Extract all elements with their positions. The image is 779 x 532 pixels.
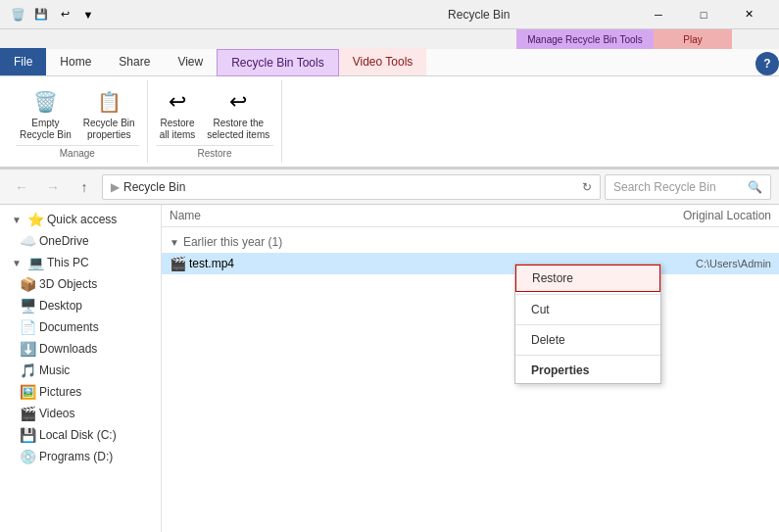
tab-view[interactable]: View (164, 48, 217, 75)
context-label-row: Manage Recycle Bin Tools Play (0, 29, 779, 49)
context-menu-cut[interactable]: Cut (515, 297, 660, 322)
desktop-icon: 🖥️ (20, 298, 35, 314)
expand-arrow: ▼ (12, 215, 24, 225)
maximize-button[interactable]: □ (681, 0, 726, 29)
context-menu-divider-2 (515, 324, 660, 325)
close-button[interactable]: ✕ (726, 0, 771, 29)
restore-selected-label: Restore theselected items (207, 118, 269, 141)
group-expand-icon[interactable]: ▼ (170, 237, 179, 248)
table-row[interactable]: 🎬 test.mp4 C:\Users\Admin (162, 253, 779, 274)
local-disk-c-label: Local Disk (C:) (39, 428, 117, 442)
sidebar-item-local-disk-c[interactable]: 💾 Local Disk (C:) (0, 424, 161, 446)
context-menu-properties[interactable]: Properties (515, 358, 660, 383)
music-icon: 🎵 (20, 363, 35, 378)
manage-group-label: Manage (16, 145, 139, 159)
ribbon-tabs: File Home Share View Recycle Bin Tools V… (0, 49, 779, 76)
sidebar-item-3d-objects[interactable]: 📦 3D Objects (0, 273, 161, 295)
properties-icon: 📋 (93, 86, 124, 118)
search-icon: 🔍 (748, 180, 762, 194)
title-bar-left: 🗑️ 💾 ↩ ▼ (8, 5, 322, 24)
content-list: ▼ Earlier this year (1) 🎬 test.mp4 C:\Us… (162, 227, 779, 532)
restore-group: ↩ Restoreall items ↩ Restore theselected… (148, 80, 283, 163)
music-label: Music (39, 363, 70, 377)
pictures-icon: 🖼️ (20, 384, 35, 400)
manage-group-items: 🗑️ EmptyRecycle Bin 📋 Recycle Binpropert… (16, 84, 139, 143)
path-separator: ▶ (111, 180, 120, 194)
programs-d-label: Programs (D:) (39, 450, 113, 463)
sidebar-item-pictures[interactable]: 🖼️ Pictures (0, 381, 161, 403)
path-text: Recycle Bin (123, 180, 185, 194)
col-location-header[interactable]: Original Location (624, 209, 771, 222)
tab-file[interactable]: File (0, 48, 46, 75)
content-header: Name Original Location (162, 205, 779, 227)
title-bar: 🗑️ 💾 ↩ ▼ Recycle Bin ─ □ ✕ (0, 0, 779, 29)
back-button[interactable]: ← (8, 173, 35, 201)
expand-arrow-pc: ▼ (12, 258, 24, 268)
right-spacer (732, 29, 779, 49)
manage-recycle-bin-tools-label: Manage Recycle Bin Tools (516, 29, 654, 49)
sidebar-item-documents[interactable]: 📄 Documents (0, 316, 161, 338)
restore-all-items-button[interactable]: ↩ Restoreall items (156, 84, 200, 143)
forward-button[interactable]: → (39, 173, 67, 201)
play-label: Play (654, 29, 732, 49)
restore-all-label: Restoreall items (160, 118, 196, 141)
sidebar-item-music[interactable]: 🎵 Music (0, 360, 161, 381)
main-area: ▼ ⭐ Quick access ☁️ OneDrive ▼ 💻 This PC… (0, 205, 779, 532)
group-label: Earlier this year (1) (183, 235, 282, 249)
tab-share[interactable]: Share (105, 48, 164, 75)
group-header-earlier-this-year: ▼ Earlier this year (1) (162, 231, 779, 253)
address-path[interactable]: ▶ Recycle Bin ↻ (102, 174, 601, 200)
onedrive-icon: ☁️ (20, 233, 35, 249)
documents-icon: 📄 (20, 319, 35, 335)
context-spacer (0, 29, 516, 49)
up-button[interactable]: ↑ (71, 173, 98, 201)
tab-recycle-bin-tools[interactable]: Recycle Bin Tools (217, 49, 339, 76)
sidebar-item-this-pc[interactable]: ▼ 💻 This PC (0, 252, 161, 273)
minimize-button[interactable]: ─ (636, 0, 681, 29)
quick-access-label: Quick access (47, 213, 117, 226)
context-menu-divider-3 (515, 355, 660, 356)
help-button[interactable]: ? (755, 52, 779, 75)
sidebar-item-onedrive[interactable]: ☁️ OneDrive (0, 230, 161, 252)
address-bar: ← → ↑ ▶ Recycle Bin ↻ Search Recycle Bin… (0, 169, 779, 205)
recycle-bin-properties-button[interactable]: 📋 Recycle Binproperties (79, 84, 139, 143)
sidebar-item-quick-access[interactable]: ▼ ⭐ Quick access (0, 209, 161, 230)
quick-access-icon: ⭐ (27, 212, 43, 227)
properties-label: Recycle Binproperties (83, 118, 135, 141)
ribbon-content: 🗑️ EmptyRecycle Bin 📋 Recycle Binpropert… (0, 76, 779, 169)
this-pc-label: This PC (47, 256, 89, 269)
3d-objects-label: 3D Objects (39, 277, 97, 291)
local-disk-c-icon: 💾 (20, 427, 35, 443)
app-icon: 🗑️ (8, 5, 27, 24)
context-menu-restore[interactable]: Restore (515, 265, 660, 292)
desktop-label: Desktop (39, 299, 82, 313)
videos-icon: 🎬 (20, 406, 35, 421)
sidebar-item-videos[interactable]: 🎬 Videos (0, 403, 161, 424)
refresh-icon[interactable]: ↻ (582, 180, 592, 194)
manage-group: 🗑️ EmptyRecycle Bin 📋 Recycle Binpropert… (8, 80, 148, 163)
context-menu: Restore Cut Delete Properties (514, 264, 661, 384)
sidebar: ▼ ⭐ Quick access ☁️ OneDrive ▼ 💻 This PC… (0, 205, 162, 532)
qat-save[interactable]: 💾 (31, 5, 51, 24)
pictures-label: Pictures (39, 385, 81, 399)
qat-undo[interactable]: ↩ (55, 5, 74, 24)
sidebar-item-programs-d[interactable]: 💿 Programs (D:) (0, 446, 161, 467)
qat-dropdown[interactable]: ▼ (78, 5, 98, 24)
programs-d-icon: 💿 (20, 449, 35, 464)
sidebar-item-downloads[interactable]: ⬇️ Downloads (0, 338, 161, 360)
sidebar-item-desktop[interactable]: 🖥️ Desktop (0, 295, 161, 316)
file-icon: 🎬 (170, 256, 185, 271)
window-title: Recycle Bin (322, 8, 637, 22)
tab-home[interactable]: Home (46, 48, 105, 75)
restore-selected-button[interactable]: ↩ Restore theselected items (203, 84, 273, 143)
restore-all-icon: ↩ (162, 86, 193, 118)
context-menu-delete[interactable]: Delete (515, 327, 660, 353)
empty-recycle-bin-button[interactable]: 🗑️ EmptyRecycle Bin (16, 84, 75, 143)
videos-label: Videos (39, 407, 74, 420)
3d-objects-icon: 📦 (20, 276, 35, 292)
this-pc-icon: 💻 (27, 255, 43, 270)
search-box[interactable]: Search Recycle Bin 🔍 (605, 174, 771, 200)
tab-video-tools[interactable]: Video Tools (339, 48, 427, 75)
search-placeholder: Search Recycle Bin (613, 180, 744, 194)
col-name-header[interactable]: Name (170, 209, 624, 222)
